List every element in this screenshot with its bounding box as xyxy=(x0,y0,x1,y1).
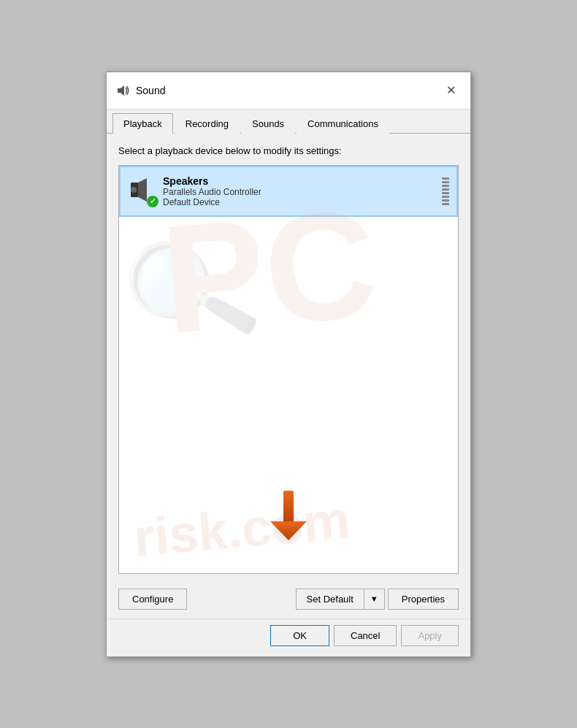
instruction-text: Select a playback device below to modify… xyxy=(118,145,459,156)
device-info: Speakers Parallels Audio Controller Defa… xyxy=(163,175,440,207)
tab-bar: Playback Recording Sounds Communications xyxy=(107,110,470,134)
device-name: Speakers xyxy=(163,175,440,187)
sound-icon xyxy=(115,83,130,98)
set-default-dropdown-button[interactable]: ▼ xyxy=(364,589,384,609)
dialog-title: Sound xyxy=(136,85,440,96)
set-default-group[interactable]: Set Default ▼ xyxy=(296,589,385,610)
svg-marker-0 xyxy=(118,85,124,96)
device-list[interactable]: 🔍 PC risk.com ✓ Speakers xyxy=(118,165,459,574)
apply-button[interactable]: Apply xyxy=(401,625,459,646)
tab-recording[interactable]: Recording xyxy=(175,113,240,134)
tab-sounds[interactable]: Sounds xyxy=(241,113,295,134)
action-buttons: Configure Set Default ▼ Properties xyxy=(107,583,470,618)
properties-button[interactable]: Properties xyxy=(388,589,459,610)
default-check-badge: ✓ xyxy=(147,196,158,207)
watermark: 🔍 PC risk.com xyxy=(119,166,458,573)
svg-marker-5 xyxy=(270,521,307,540)
set-default-button[interactable]: Set Default xyxy=(297,589,364,609)
tab-playback[interactable]: Playback xyxy=(112,113,173,134)
cancel-button[interactable]: Cancel xyxy=(334,625,397,646)
configure-button[interactable]: Configure xyxy=(118,589,187,610)
ok-button[interactable]: OK xyxy=(270,625,329,646)
title-bar: Sound ✕ xyxy=(107,72,470,110)
sound-dialog: Sound ✕ Playback Recording Sounds Commun… xyxy=(106,72,471,657)
close-button[interactable]: ✕ xyxy=(440,80,462,101)
svg-rect-4 xyxy=(283,491,294,524)
device-icon-speakers: ✓ xyxy=(126,177,156,206)
arrow-indicator xyxy=(270,491,307,544)
svg-marker-2 xyxy=(138,178,147,202)
scrollbar xyxy=(440,175,451,208)
device-item-speakers[interactable]: ✓ Speakers Parallels Audio Controller De… xyxy=(119,166,458,217)
device-status: Default Device xyxy=(163,197,440,207)
footer-buttons: OK Cancel Apply xyxy=(107,618,470,656)
tab-communications[interactable]: Communications xyxy=(297,113,389,134)
tab-content: Select a playback device below to modify… xyxy=(107,134,470,583)
svg-point-3 xyxy=(131,187,137,193)
device-subname: Parallels Audio Controller xyxy=(163,187,440,197)
